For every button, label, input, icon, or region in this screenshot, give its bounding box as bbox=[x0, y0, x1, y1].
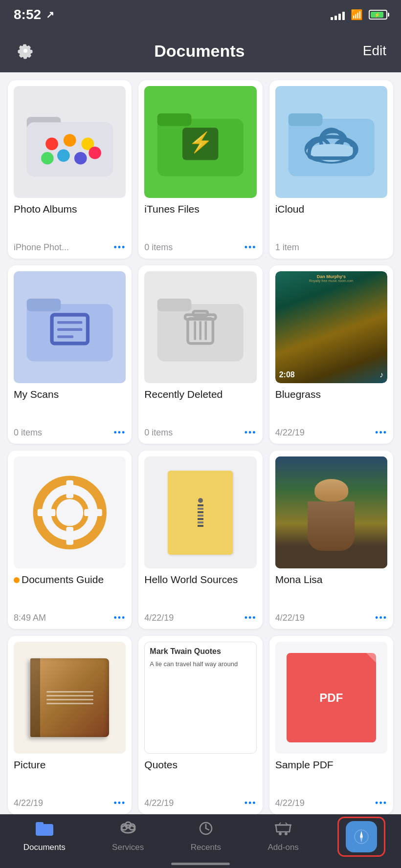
tab-addons[interactable]: Add-ons bbox=[260, 817, 307, 856]
list-item[interactable]: Mona Lisa 4/22/19 ••• bbox=[269, 451, 393, 629]
svg-point-36 bbox=[54, 497, 86, 529]
more-button[interactable]: ••• bbox=[245, 613, 257, 623]
svg-rect-42 bbox=[36, 822, 44, 827]
more-button[interactable]: ••• bbox=[113, 613, 126, 623]
list-item[interactable]: Recently Deleted 0 items ••• bbox=[138, 265, 262, 444]
edit-button[interactable]: Edit bbox=[363, 43, 386, 59]
item-meta: 8:49 AM bbox=[14, 613, 46, 623]
tab-services[interactable]: Services bbox=[104, 817, 152, 856]
svg-rect-26 bbox=[57, 335, 73, 338]
signal-icon bbox=[331, 9, 345, 20]
addons-icon bbox=[275, 821, 291, 840]
item-meta: 0 items bbox=[144, 428, 173, 438]
item-thumbnail bbox=[14, 86, 126, 198]
list-item[interactable]: My Scans 0 items ••• bbox=[8, 265, 132, 444]
svg-point-4 bbox=[64, 134, 76, 147]
item-thumbnail bbox=[144, 271, 256, 383]
more-button[interactable]: ••• bbox=[375, 428, 387, 438]
battery-icon: ⚡ bbox=[369, 10, 387, 20]
tab-documents[interactable]: Documents bbox=[16, 817, 73, 856]
tab-browser[interactable] bbox=[337, 817, 385, 857]
item-thumbnail bbox=[144, 456, 256, 568]
location-icon: ↗ bbox=[46, 9, 54, 21]
list-item[interactable]: PDF Sample PDF 4/22/19 ••• bbox=[269, 636, 393, 814]
active-indicator bbox=[14, 577, 20, 583]
tab-label-recents: Recents bbox=[191, 843, 221, 852]
item-meta: 4/22/19 bbox=[144, 613, 174, 623]
svg-rect-37 bbox=[66, 480, 73, 499]
tab-label-documents: Documents bbox=[23, 843, 66, 852]
item-meta: iPhone Phot... bbox=[14, 242, 69, 253]
wifi-icon: 📶 bbox=[351, 9, 363, 21]
book-image bbox=[30, 658, 109, 737]
documents-icon bbox=[36, 821, 53, 840]
list-item[interactable]: Dan Murphy's Royalty free music room.com… bbox=[269, 265, 393, 444]
item-thumbnail bbox=[275, 86, 387, 198]
svg-rect-40 bbox=[84, 509, 102, 516]
item-name: iTunes Files bbox=[144, 203, 256, 215]
more-button[interactable]: ••• bbox=[245, 242, 257, 253]
nav-bar: Documents Edit bbox=[0, 29, 401, 72]
more-button[interactable]: ••• bbox=[113, 798, 126, 808]
svg-point-7 bbox=[57, 149, 70, 162]
svg-rect-24 bbox=[57, 321, 82, 324]
list-item[interactable]: iCloud 1 item bbox=[269, 80, 393, 259]
item-thumbnail: Dan Murphy's Royalty free music room.com… bbox=[275, 271, 387, 383]
svg-rect-39 bbox=[38, 509, 56, 516]
list-item[interactable]: Mark Twain Quotes A lie can travel half … bbox=[138, 636, 262, 814]
home-indicator bbox=[171, 863, 230, 865]
settings-button[interactable] bbox=[15, 40, 36, 62]
page-title: Documents bbox=[154, 42, 245, 61]
item-name: Hello World Sources bbox=[144, 573, 256, 586]
svg-rect-28 bbox=[157, 299, 192, 311]
services-icon bbox=[119, 821, 137, 840]
more-button[interactable]: ••• bbox=[113, 428, 126, 438]
item-name: Picture bbox=[14, 759, 126, 771]
item-meta: 4/22/19 bbox=[275, 428, 305, 438]
item-meta: 0 items bbox=[14, 428, 42, 438]
item-name: Documents Guide bbox=[14, 573, 126, 586]
item-name: My Scans bbox=[14, 388, 126, 400]
item-thumbnail: PDF bbox=[275, 642, 387, 754]
more-button[interactable]: ••• bbox=[375, 798, 387, 808]
item-meta: 4/22/19 bbox=[275, 613, 305, 623]
list-item[interactable]: Picture 4/22/19 ••• bbox=[8, 636, 132, 814]
svg-point-50 bbox=[279, 832, 282, 835]
tab-label-addons: Add-ons bbox=[268, 843, 299, 852]
svg-text:⚡: ⚡ bbox=[188, 130, 213, 154]
status-icons: 📶 ⚡ bbox=[331, 9, 387, 21]
more-button[interactable]: ••• bbox=[245, 428, 257, 438]
svg-point-43 bbox=[121, 825, 135, 833]
status-bar: 8:52 ↗ 📶 ⚡ bbox=[0, 0, 401, 29]
list-item[interactable]: ⚡ iTunes Files 0 items ••• bbox=[138, 80, 262, 259]
documents-grid: Photo Albums iPhone Phot... ••• ⚡ iTunes… bbox=[0, 72, 401, 814]
list-item[interactable]: Documents Guide 8:49 AM ••• bbox=[8, 451, 132, 629]
svg-rect-21 bbox=[27, 304, 113, 361]
more-button[interactable]: ••• bbox=[245, 798, 257, 808]
item-meta: 1 item bbox=[275, 242, 299, 253]
svg-rect-22 bbox=[27, 299, 61, 311]
item-name: Bluegrass bbox=[275, 388, 387, 400]
item-meta: 4/22/19 bbox=[144, 798, 174, 808]
svg-point-3 bbox=[45, 137, 58, 150]
item-meta: 0 items bbox=[144, 242, 173, 253]
svg-point-8 bbox=[74, 152, 87, 165]
svg-line-49 bbox=[206, 828, 209, 830]
item-name: Recently Deleted bbox=[144, 388, 256, 400]
svg-point-51 bbox=[285, 832, 288, 835]
list-item[interactable]: Photo Albums iPhone Phot... ••• bbox=[8, 80, 132, 259]
item-name: Photo Albums bbox=[14, 203, 126, 215]
more-button[interactable]: ••• bbox=[375, 613, 387, 623]
tab-recents[interactable]: Recents bbox=[183, 817, 229, 856]
tab-bar: Documents Services Recents bbox=[0, 814, 401, 868]
list-item[interactable]: Hello World Sources 4/22/19 ••• bbox=[138, 451, 262, 629]
item-thumbnail bbox=[14, 456, 126, 568]
svg-point-58 bbox=[360, 835, 363, 838]
recents-icon bbox=[199, 821, 213, 840]
item-thumbnail bbox=[14, 642, 126, 754]
svg-point-9 bbox=[89, 147, 101, 159]
svg-rect-38 bbox=[66, 527, 73, 545]
item-thumbnail bbox=[14, 271, 126, 383]
item-meta: 4/22/19 bbox=[14, 798, 43, 808]
more-button[interactable]: ••• bbox=[113, 242, 126, 253]
